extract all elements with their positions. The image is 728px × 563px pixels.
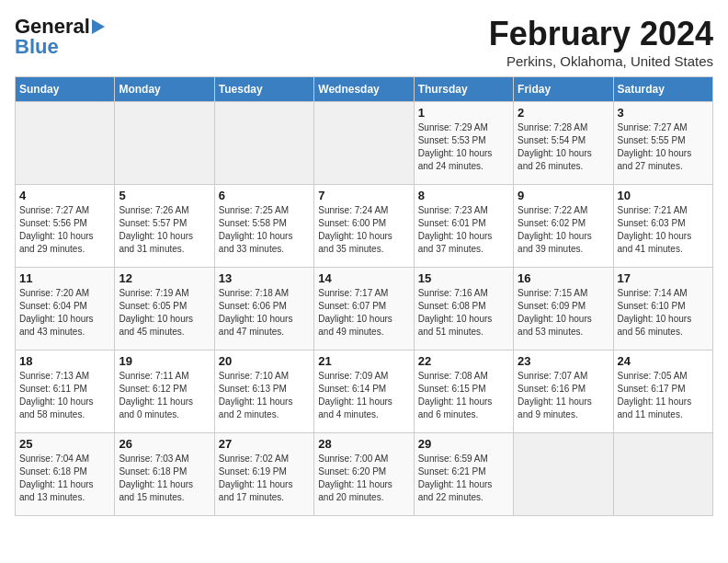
day-number: 7 [318, 189, 409, 202]
calendar-cell [613, 433, 712, 516]
day-info: Sunrise: 7:22 AM Sunset: 6:02 PM Dayligh… [518, 204, 609, 256]
calendar-week-row: 1Sunrise: 7:29 AM Sunset: 5:53 PM Daylig… [16, 102, 713, 185]
calendar-cell [115, 102, 214, 185]
calendar-cell: 15Sunrise: 7:16 AM Sunset: 6:08 PM Dayli… [414, 268, 513, 350]
calendar-cell: 26Sunrise: 7:03 AM Sunset: 6:18 PM Dayli… [115, 433, 214, 516]
calendar-cell: 13Sunrise: 7:18 AM Sunset: 6:06 PM Dayli… [214, 268, 313, 350]
day-info: Sunrise: 7:09 AM Sunset: 6:14 PM Dayligh… [318, 370, 409, 421]
day-number: 6 [219, 189, 310, 202]
calendar-cell: 8Sunrise: 7:23 AM Sunset: 6:01 PM Daylig… [414, 185, 513, 268]
day-info: Sunrise: 7:21 AM Sunset: 6:03 PM Dayligh… [618, 204, 709, 256]
calendar-week-row: 18Sunrise: 7:13 AM Sunset: 6:11 PM Dayli… [16, 350, 713, 433]
day-number: 20 [219, 354, 310, 368]
day-info: Sunrise: 7:24 AM Sunset: 6:00 PM Dayligh… [318, 204, 409, 256]
calendar-cell: 29Sunrise: 6:59 AM Sunset: 6:21 PM Dayli… [414, 433, 513, 516]
calendar-cell: 1Sunrise: 7:29 AM Sunset: 5:53 PM Daylig… [414, 102, 513, 185]
logo-blue: Blue [15, 35, 59, 59]
day-number: 9 [518, 189, 609, 202]
calendar-body: 1Sunrise: 7:29 AM Sunset: 5:53 PM Daylig… [16, 102, 713, 516]
title-area: February 2024 Perkins, Oklahoma, United … [489, 15, 713, 69]
day-number: 17 [618, 271, 709, 285]
calendar-cell [514, 433, 613, 516]
page-header: General Blue February 2024 Perkins, Okla… [15, 15, 713, 69]
day-info: Sunrise: 7:18 AM Sunset: 6:06 PM Dayligh… [219, 287, 310, 339]
calendar-cell: 25Sunrise: 7:04 AM Sunset: 6:18 PM Dayli… [16, 433, 115, 516]
day-number: 14 [318, 271, 409, 285]
weekday-header-sunday: Sunday [16, 77, 115, 102]
day-number: 16 [518, 271, 609, 285]
day-info: Sunrise: 7:28 AM Sunset: 5:54 PM Dayligh… [518, 121, 609, 173]
calendar-cell: 17Sunrise: 7:14 AM Sunset: 6:10 PM Dayli… [613, 268, 712, 350]
day-info: Sunrise: 7:19 AM Sunset: 6:05 PM Dayligh… [119, 287, 210, 339]
calendar-week-row: 4Sunrise: 7:27 AM Sunset: 5:56 PM Daylig… [16, 185, 713, 268]
day-number: 21 [318, 354, 409, 368]
calendar-cell: 28Sunrise: 7:00 AM Sunset: 6:20 PM Dayli… [314, 433, 414, 516]
weekday-header-saturday: Saturday [613, 77, 712, 102]
day-number: 24 [618, 354, 709, 368]
day-info: Sunrise: 7:16 AM Sunset: 6:08 PM Dayligh… [418, 287, 509, 339]
day-number: 4 [19, 189, 110, 202]
day-info: Sunrise: 7:23 AM Sunset: 6:01 PM Dayligh… [418, 204, 509, 256]
calendar-cell: 27Sunrise: 7:02 AM Sunset: 6:19 PM Dayli… [214, 433, 313, 516]
calendar-cell: 18Sunrise: 7:13 AM Sunset: 6:11 PM Dayli… [16, 350, 115, 433]
day-info: Sunrise: 7:02 AM Sunset: 6:19 PM Dayligh… [219, 453, 310, 504]
day-number: 23 [518, 354, 609, 368]
calendar-cell: 24Sunrise: 7:05 AM Sunset: 6:17 PM Dayli… [613, 350, 712, 433]
day-info: Sunrise: 7:04 AM Sunset: 6:18 PM Dayligh… [19, 453, 110, 504]
calendar-cell: 12Sunrise: 7:19 AM Sunset: 6:05 PM Dayli… [115, 268, 214, 350]
day-number: 10 [618, 189, 709, 202]
weekday-header-wednesday: Wednesday [314, 77, 414, 102]
day-info: Sunrise: 7:11 AM Sunset: 6:12 PM Dayligh… [119, 370, 210, 421]
day-number: 25 [19, 437, 110, 451]
calendar-cell: 4Sunrise: 7:27 AM Sunset: 5:56 PM Daylig… [16, 185, 115, 268]
calendar-cell: 2Sunrise: 7:28 AM Sunset: 5:54 PM Daylig… [514, 102, 613, 185]
calendar-cell: 6Sunrise: 7:25 AM Sunset: 5:58 PM Daylig… [214, 185, 313, 268]
weekday-header-row: SundayMondayTuesdayWednesdayThursdayFrid… [16, 77, 713, 102]
calendar-cell: 23Sunrise: 7:07 AM Sunset: 6:16 PM Dayli… [514, 350, 613, 433]
calendar-cell: 10Sunrise: 7:21 AM Sunset: 6:03 PM Dayli… [613, 185, 712, 268]
weekday-header-friday: Friday [514, 77, 613, 102]
day-number: 5 [119, 189, 210, 202]
day-info: Sunrise: 7:27 AM Sunset: 5:56 PM Dayligh… [19, 204, 110, 256]
day-info: Sunrise: 7:25 AM Sunset: 5:58 PM Dayligh… [219, 204, 310, 256]
calendar-cell: 5Sunrise: 7:26 AM Sunset: 5:57 PM Daylig… [115, 185, 214, 268]
day-info: Sunrise: 7:03 AM Sunset: 6:18 PM Dayligh… [119, 453, 210, 504]
day-info: Sunrise: 7:20 AM Sunset: 6:04 PM Dayligh… [19, 287, 110, 339]
weekday-header-tuesday: Tuesday [214, 77, 313, 102]
calendar-cell [16, 102, 115, 185]
day-number: 22 [418, 354, 509, 368]
calendar-header: SundayMondayTuesdayWednesdayThursdayFrid… [16, 77, 713, 102]
day-number: 1 [418, 106, 509, 120]
day-number: 27 [219, 437, 310, 451]
day-number: 8 [418, 189, 509, 202]
day-info: Sunrise: 6:59 AM Sunset: 6:21 PM Dayligh… [418, 453, 509, 504]
day-info: Sunrise: 7:00 AM Sunset: 6:20 PM Dayligh… [318, 453, 409, 504]
day-number: 11 [19, 271, 110, 285]
weekday-header-thursday: Thursday [414, 77, 513, 102]
day-info: Sunrise: 7:10 AM Sunset: 6:13 PM Dayligh… [219, 370, 310, 421]
weekday-header-monday: Monday [115, 77, 214, 102]
day-info: Sunrise: 7:29 AM Sunset: 5:53 PM Dayligh… [418, 121, 509, 173]
calendar-cell: 21Sunrise: 7:09 AM Sunset: 6:14 PM Dayli… [314, 350, 414, 433]
month-year-title: February 2024 [489, 15, 713, 53]
day-number: 2 [518, 106, 609, 120]
day-info: Sunrise: 7:27 AM Sunset: 5:55 PM Dayligh… [618, 121, 709, 173]
calendar-cell: 9Sunrise: 7:22 AM Sunset: 6:02 PM Daylig… [514, 185, 613, 268]
calendar-cell: 7Sunrise: 7:24 AM Sunset: 6:00 PM Daylig… [314, 185, 414, 268]
day-number: 26 [119, 437, 210, 451]
calendar-cell: 3Sunrise: 7:27 AM Sunset: 5:55 PM Daylig… [613, 102, 712, 185]
calendar-week-row: 25Sunrise: 7:04 AM Sunset: 6:18 PM Dayli… [16, 433, 713, 516]
day-number: 29 [418, 437, 509, 451]
day-number: 28 [318, 437, 409, 451]
calendar-cell [314, 102, 414, 185]
calendar-cell: 20Sunrise: 7:10 AM Sunset: 6:13 PM Dayli… [214, 350, 313, 433]
day-info: Sunrise: 7:13 AM Sunset: 6:11 PM Dayligh… [19, 370, 110, 421]
day-info: Sunrise: 7:17 AM Sunset: 6:07 PM Dayligh… [318, 287, 409, 339]
day-info: Sunrise: 7:08 AM Sunset: 6:15 PM Dayligh… [418, 370, 509, 421]
day-number: 13 [219, 271, 310, 285]
day-number: 18 [19, 354, 110, 368]
calendar-cell [214, 102, 313, 185]
calendar-week-row: 11Sunrise: 7:20 AM Sunset: 6:04 PM Dayli… [16, 268, 713, 350]
location-subtitle: Perkins, Oklahoma, United States [489, 53, 713, 69]
day-number: 12 [119, 271, 210, 285]
